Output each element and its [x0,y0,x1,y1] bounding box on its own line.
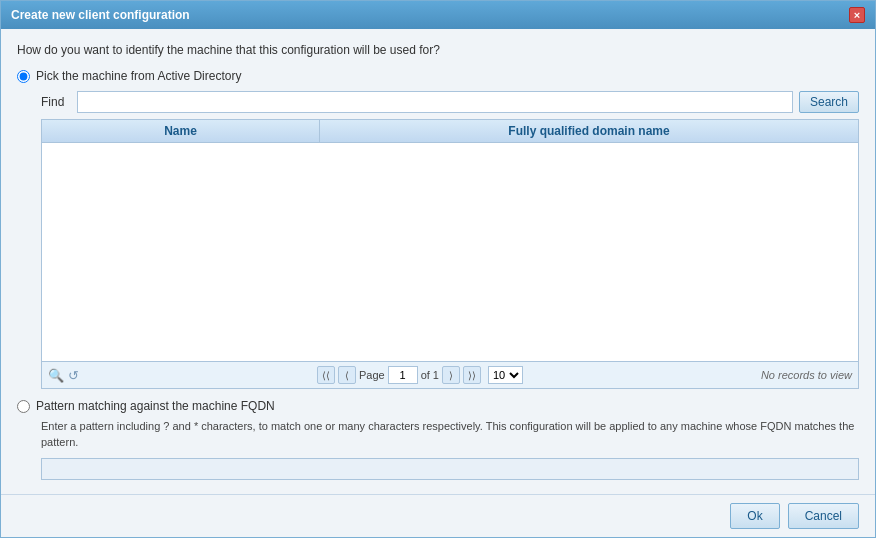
radio-ad-row: Pick the machine from Active Directory [17,69,859,83]
pattern-input[interactable] [41,458,859,480]
page-label: Page [359,369,385,381]
radio-pattern-label[interactable]: Pattern matching against the machine FQD… [36,399,275,413]
next-page-button[interactable]: ⟩ [442,366,460,384]
cancel-button[interactable]: Cancel [788,503,859,529]
grid-header: Name Fully qualified domain name [42,120,858,143]
radio-pattern-row: Pattern matching against the machine FQD… [17,399,859,413]
last-page-button[interactable]: ⟩⟩ [463,366,481,384]
ok-button[interactable]: Ok [730,503,779,529]
radio-ad-label[interactable]: Pick the machine from Active Directory [36,69,241,83]
grid-refresh-icon[interactable]: ↺ [68,368,79,383]
grid-body [42,143,858,361]
dialog-title: Create new client configuration [11,8,190,22]
per-page-select[interactable]: 10 25 50 [488,366,523,384]
grid-pagination: ⟨⟨ ⟨ Page of 1 ⟩ ⟩⟩ 10 25 50 [317,366,523,384]
dialog-footer: Ok Cancel [1,494,875,537]
dialog-body: How do you want to identify the machine … [1,29,875,494]
dialog-create-client-config: Create new client configuration × How do… [0,0,876,538]
question-text: How do you want to identify the machine … [17,43,859,57]
results-grid: Name Fully qualified domain name 🔍 ↺ ⟨⟨ … [41,119,859,389]
close-button[interactable]: × [849,7,865,23]
of-label: of 1 [421,369,439,381]
prev-page-button[interactable]: ⟨ [338,366,356,384]
grid-footer: 🔍 ↺ ⟨⟨ ⟨ Page of 1 ⟩ ⟩⟩ 10 25 50 N [42,361,858,388]
find-input[interactable] [77,91,793,113]
radio-ad[interactable] [17,70,30,83]
search-button[interactable]: Search [799,91,859,113]
grid-search-icon[interactable]: 🔍 [48,368,64,383]
col-fqdn-header: Fully qualified domain name [320,120,858,142]
find-label: Find [41,95,69,109]
first-page-button[interactable]: ⟨⟨ [317,366,335,384]
pattern-description: Enter a pattern including ? and * charac… [41,419,859,450]
col-name-header: Name [42,120,320,142]
dialog-titlebar: Create new client configuration × [1,1,875,29]
no-records-label: No records to view [761,369,852,381]
radio-pattern[interactable] [17,400,30,413]
find-row: Find Search [41,91,859,113]
page-input[interactable] [388,366,418,384]
